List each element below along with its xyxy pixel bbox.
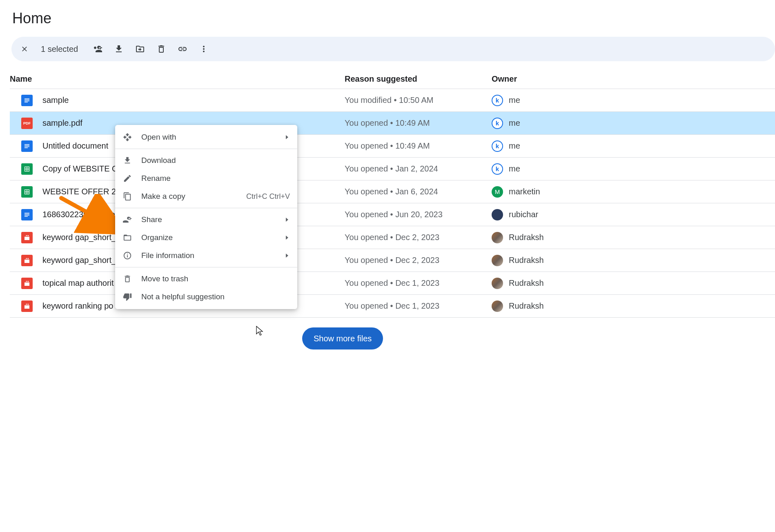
avatar <box>492 255 503 266</box>
info-icon <box>122 251 132 260</box>
doc-file-icon <box>21 209 33 220</box>
sheet-file-icon <box>21 186 33 198</box>
folder-icon <box>122 233 132 243</box>
menu-label: Make a copy <box>141 192 237 201</box>
thumb-down-icon <box>122 292 132 302</box>
reason-cell: You opened • 10:49 AM <box>345 141 492 151</box>
owner-name: me <box>509 96 520 105</box>
owner-name: Rudraksh <box>509 256 544 265</box>
download-icon <box>122 156 132 165</box>
file-name: sample.pdf <box>42 118 82 128</box>
menu-download[interactable]: Download <box>115 151 297 169</box>
menu-divider <box>115 208 297 208</box>
column-name[interactable]: Name <box>10 74 345 84</box>
pdf-file-icon: PDF <box>21 118 33 129</box>
avatar: k <box>492 163 503 175</box>
file-name: topical map authorit <box>42 278 114 288</box>
menu-label: File information <box>141 251 274 260</box>
reason-cell: You opened • Jun 20, 2023 <box>345 210 492 219</box>
column-reason[interactable]: Reason suggested <box>345 74 492 84</box>
menu-label: Open with <box>141 133 274 142</box>
reason-cell: You opened • Dec 1, 2023 <box>345 301 492 311</box>
table-header: Name Reason suggested Owner <box>10 69 775 89</box>
trash-icon[interactable] <box>156 44 166 54</box>
move-icon[interactable] <box>135 44 145 54</box>
reason-cell: You opened • 10:49 AM <box>345 118 492 128</box>
reason-cell: You opened • Dec 2, 2023 <box>345 233 492 242</box>
owner-name: Rudraksh <box>509 301 544 311</box>
owner-name: me <box>509 164 520 174</box>
menu-shortcut: Ctrl+C Ctrl+V <box>246 192 290 201</box>
open-with-icon <box>122 132 132 142</box>
menu-divider <box>115 267 297 267</box>
owner-cell: Rudraksh <box>492 255 775 266</box>
owner-name: marketin <box>509 187 540 196</box>
owner-cell: kme <box>492 118 775 129</box>
avatar <box>492 301 503 312</box>
link-icon[interactable] <box>178 44 187 54</box>
download-icon[interactable] <box>114 44 124 54</box>
owner-name: rubichar <box>509 210 538 219</box>
owner-cell: rubichar <box>492 209 775 220</box>
show-more-button[interactable]: Show more files <box>302 327 383 349</box>
menu-move-trash[interactable]: Move to trash <box>115 270 297 288</box>
owner-cell: Mmarketin <box>492 186 775 198</box>
copy-icon <box>122 191 132 201</box>
reason-cell: You opened • Dec 2, 2023 <box>345 256 492 265</box>
owner-cell: kme <box>492 140 775 152</box>
menu-not-helpful[interactable]: Not a helpful suggestion <box>115 288 297 306</box>
cursor-icon <box>256 326 264 334</box>
file-row[interactable]: sampleYou modified • 10:50 AMkme <box>10 89 775 112</box>
reason-cell: You opened • Dec 1, 2023 <box>345 278 492 288</box>
page-title: Home <box>12 10 775 27</box>
file-name: keyword gap_short_ <box>42 256 116 265</box>
video-file-icon <box>21 255 33 266</box>
menu-file-info[interactable]: File information <box>115 247 297 265</box>
column-owner[interactable]: Owner <box>492 74 775 84</box>
owner-cell: Rudraksh <box>492 301 775 312</box>
doc-file-icon <box>21 95 33 106</box>
chevron-right-icon <box>286 254 290 258</box>
menu-label: Rename <box>141 174 290 183</box>
owner-cell: Rudraksh <box>492 232 775 243</box>
file-name: Untitled document <box>42 141 108 151</box>
reason-cell: You modified • 10:50 AM <box>345 96 492 105</box>
more-icon[interactable] <box>199 44 209 54</box>
owner-cell: Rudraksh <box>492 278 775 289</box>
share-icon <box>122 215 132 225</box>
owner-name: Rudraksh <box>509 233 544 242</box>
menu-organize[interactable]: Organize <box>115 229 297 247</box>
owner-name: Rudraksh <box>509 278 544 288</box>
video-file-icon <box>21 301 33 312</box>
video-file-icon <box>21 278 33 289</box>
avatar: k <box>492 118 503 129</box>
menu-share[interactable]: Share <box>115 211 297 229</box>
chevron-right-icon <box>286 236 290 240</box>
file-name: keyword ranking po <box>42 301 113 311</box>
owner-cell: kme <box>492 163 775 175</box>
file-name-cell: sample <box>10 95 345 106</box>
avatar <box>492 209 503 220</box>
avatar <box>492 232 503 243</box>
owner-name: me <box>509 141 520 151</box>
menu-open-with[interactable]: Open with <box>115 128 297 146</box>
trash-icon <box>122 274 132 284</box>
menu-label: Share <box>141 215 274 224</box>
menu-rename[interactable]: Rename <box>115 169 297 187</box>
avatar <box>492 278 503 289</box>
owner-name: me <box>509 118 520 128</box>
doc-file-icon <box>21 140 33 152</box>
avatar: k <box>492 140 503 152</box>
chevron-right-icon <box>286 135 290 139</box>
share-icon[interactable] <box>93 44 102 54</box>
close-selection-button[interactable] <box>20 44 29 54</box>
file-name: 1686302239_Imaget <box>42 210 118 219</box>
reason-cell: You opened • Jan 2, 2024 <box>345 164 492 174</box>
menu-make-copy[interactable]: Make a copy Ctrl+C Ctrl+V <box>115 187 297 205</box>
file-name: Copy of WEBSITE O <box>42 164 118 174</box>
pencil-icon <box>122 174 132 183</box>
file-name: keyword gap_short_ <box>42 233 116 242</box>
file-name: WEBSITE OFFER 20 <box>42 187 120 196</box>
menu-label: Move to trash <box>141 274 290 283</box>
menu-divider <box>115 149 297 149</box>
